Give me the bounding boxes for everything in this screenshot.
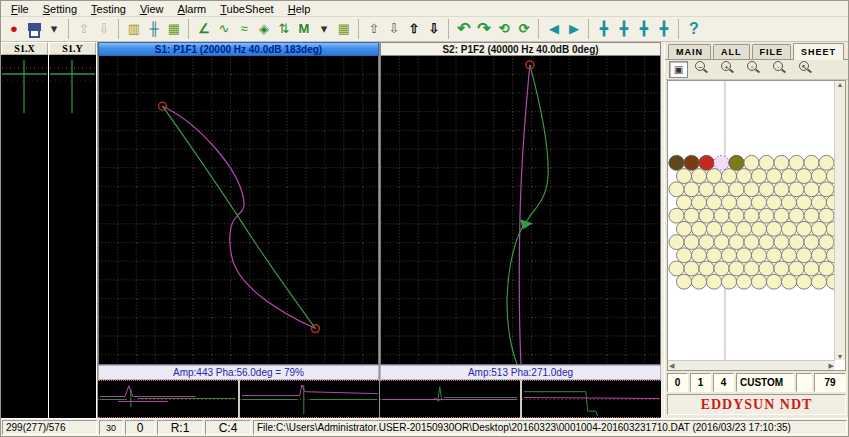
tube[interactable] (744, 155, 759, 170)
strip-s1y-plot[interactable] (49, 55, 96, 423)
tube[interactable] (819, 182, 834, 197)
tube[interactable] (789, 261, 804, 276)
tube[interactable] (751, 195, 766, 210)
tube-selected[interactable] (714, 155, 729, 170)
tube[interactable] (714, 208, 729, 223)
scroll-right-icon[interactable]: ▶ (829, 362, 834, 370)
tube[interactable] (669, 208, 684, 223)
tube[interactable] (699, 182, 714, 197)
tubesheet-vscrollbar[interactable]: ▲▼ (834, 81, 845, 360)
scroll-up-icon[interactable]: ▲ (837, 81, 844, 88)
tube[interactable] (819, 208, 834, 223)
tube[interactable] (729, 261, 744, 276)
tube[interactable] (774, 235, 789, 250)
tube[interactable] (781, 221, 796, 236)
tube[interactable] (781, 274, 796, 289)
tube[interactable] (676, 169, 691, 184)
tube[interactable] (774, 182, 789, 197)
tube[interactable] (699, 235, 714, 250)
settings-sliders-button[interactable]: ╫ (144, 19, 164, 39)
tube[interactable] (766, 274, 781, 289)
probe-cross-3-button[interactable]: ╋ (634, 19, 654, 39)
save-button[interactable] (24, 19, 44, 39)
crosshair-view-button[interactable]: ◈ (254, 19, 274, 39)
tube[interactable] (751, 221, 766, 236)
shift-up-button[interactable]: ⇧ (358, 19, 384, 39)
tab-main[interactable]: MAIN (668, 44, 711, 59)
tube[interactable] (759, 261, 774, 276)
tube[interactable] (811, 169, 826, 184)
tube[interactable] (751, 169, 766, 184)
scope-s2-strip-y[interactable] (522, 380, 662, 418)
strip-view-button[interactable]: ∿ (214, 19, 234, 39)
tab-all[interactable]: ALL (713, 44, 750, 59)
tube[interactable] (744, 235, 759, 250)
tube[interactable] (691, 221, 706, 236)
next-page-button[interactable]: ⇩ (94, 19, 114, 39)
probe-cross-4-button[interactable]: ╋ (654, 19, 674, 39)
tube[interactable] (781, 169, 796, 184)
tube[interactable] (811, 248, 826, 263)
tube[interactable] (766, 169, 781, 184)
tube[interactable] (714, 235, 729, 250)
tube[interactable] (811, 221, 826, 236)
tube[interactable] (819, 155, 834, 170)
tube[interactable] (669, 261, 684, 276)
tube[interactable] (796, 248, 811, 263)
zoom-region-icon[interactable]: ▫ (744, 60, 766, 79)
tube[interactable] (804, 235, 819, 250)
tube[interactable] (721, 274, 736, 289)
shift-up-bold-button[interactable]: ⇧ (404, 19, 424, 39)
tube[interactable] (699, 261, 714, 276)
tube[interactable] (714, 261, 729, 276)
tab-file[interactable]: FILE (752, 44, 792, 59)
tube[interactable] (781, 248, 796, 263)
tube[interactable] (759, 182, 774, 197)
scroll-left-icon[interactable]: ◀ (669, 362, 674, 370)
menu-item-view[interactable]: View (133, 3, 171, 15)
tube[interactable] (811, 274, 826, 289)
tube[interactable] (744, 261, 759, 276)
zoom-pick-icon[interactable]: ↖ (796, 60, 818, 79)
channel-bars-button[interactable]: ▦ (164, 19, 184, 39)
tube[interactable] (781, 195, 796, 210)
tube[interactable] (684, 208, 699, 223)
tube[interactable] (766, 195, 781, 210)
tube[interactable] (744, 208, 759, 223)
tube[interactable] (736, 195, 751, 210)
tube[interactable] (721, 248, 736, 263)
tube[interactable] (676, 248, 691, 263)
tube[interactable] (684, 182, 699, 197)
scroll-down-icon[interactable]: ▼ (837, 353, 844, 360)
strip-s1x-plot[interactable] (1, 55, 48, 423)
tube[interactable] (669, 182, 684, 197)
tube[interactable] (774, 208, 789, 223)
tube[interactable] (676, 221, 691, 236)
tube[interactable] (804, 182, 819, 197)
tube[interactable] (729, 208, 744, 223)
probe-cross-2-button[interactable]: ╋ (614, 19, 634, 39)
tube[interactable] (721, 195, 736, 210)
tube[interactable] (759, 208, 774, 223)
scope-s1-title[interactable]: S1: P1F1 (20000 Hz 40.0dB 183deg) (98, 42, 379, 56)
zoom-in-icon[interactable]: + (718, 60, 740, 79)
shift-down-bold-button[interactable]: ⇩ (424, 19, 444, 39)
tube[interactable] (789, 182, 804, 197)
tube[interactable] (676, 195, 691, 210)
tube[interactable] (789, 155, 804, 170)
tab-sheet[interactable]: SHEET (793, 43, 844, 60)
prev-tube-button[interactable]: ◀ (538, 19, 564, 39)
tube[interactable] (796, 221, 811, 236)
tubesheet-map[interactable] (668, 81, 835, 360)
tube[interactable] (766, 221, 781, 236)
menu-item-alarm[interactable]: Alarm (171, 3, 214, 15)
menu-item-testing[interactable]: Testing (84, 3, 133, 15)
tube[interactable] (669, 235, 684, 250)
tubesheet-hscrollbar[interactable]: ◀▶ (668, 360, 835, 370)
tube[interactable] (729, 235, 744, 250)
tube[interactable] (691, 248, 706, 263)
tube[interactable] (736, 221, 751, 236)
tube[interactable] (684, 235, 699, 250)
tube[interactable] (691, 169, 706, 184)
tube[interactable] (751, 274, 766, 289)
